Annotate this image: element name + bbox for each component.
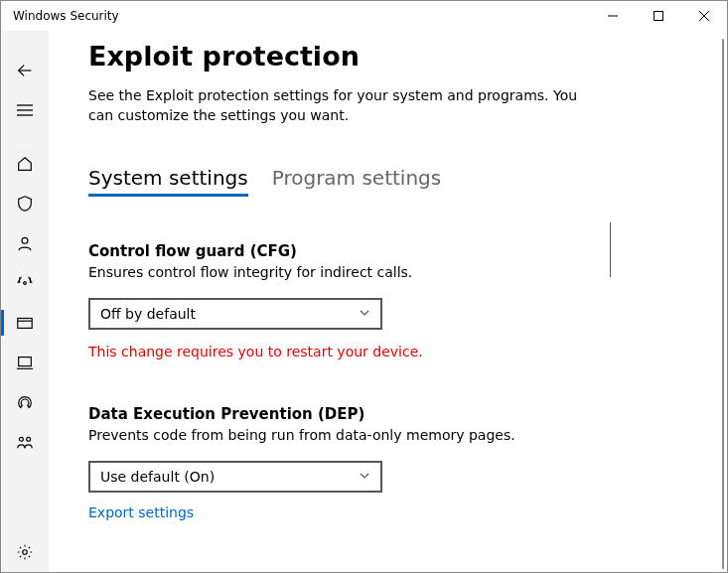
nav-home[interactable] bbox=[1, 144, 49, 184]
svg-point-9 bbox=[24, 282, 27, 285]
menu-button[interactable] bbox=[1, 90, 49, 130]
svg-rect-1 bbox=[655, 12, 663, 21]
chevron-down-icon bbox=[359, 306, 370, 322]
back-button[interactable] bbox=[1, 51, 49, 90]
minimize-button[interactable] bbox=[590, 1, 636, 31]
svg-point-15 bbox=[27, 437, 31, 441]
vertical-scrollbar[interactable] bbox=[722, 39, 724, 569]
sidebar bbox=[1, 31, 49, 572]
tabs: System settings Program settings bbox=[88, 166, 687, 197]
nav-app-browser-control[interactable] bbox=[1, 303, 49, 343]
nav-virus-protection[interactable] bbox=[1, 184, 49, 223]
svg-point-8 bbox=[22, 237, 28, 243]
setting-dep-value: Use default (On) bbox=[100, 469, 215, 485]
chevron-down-icon bbox=[359, 469, 370, 485]
window-title: Windows Security bbox=[13, 9, 119, 23]
section-divider bbox=[610, 222, 611, 277]
svg-point-14 bbox=[19, 437, 23, 441]
tab-system-settings[interactable]: System settings bbox=[88, 166, 248, 197]
setting-dep-title: Data Execution Prevention (DEP) bbox=[88, 405, 585, 423]
nav-device-performance[interactable] bbox=[1, 382, 49, 422]
setting-dep: Data Execution Prevention (DEP) Prevents… bbox=[88, 405, 585, 520]
svg-rect-10 bbox=[18, 319, 32, 329]
svg-rect-12 bbox=[19, 358, 32, 366]
nav-settings[interactable] bbox=[1, 532, 49, 572]
page-description: See the Exploit protection settings for … bbox=[88, 85, 585, 126]
setting-cfg: Control flow guard (CFG) Ensures control… bbox=[88, 242, 585, 359]
nav-family-options[interactable] bbox=[1, 422, 49, 462]
setting-cfg-description: Ensures control flow integrity for indir… bbox=[88, 264, 585, 280]
setting-dep-dropdown[interactable]: Use default (On) bbox=[88, 461, 382, 493]
page-title: Exploit protection bbox=[88, 41, 687, 72]
nav-firewall[interactable] bbox=[1, 263, 49, 303]
close-button[interactable] bbox=[681, 1, 727, 31]
setting-cfg-value: Off by default bbox=[100, 306, 196, 322]
title-bar: Windows Security bbox=[1, 1, 727, 31]
maximize-button[interactable] bbox=[636, 1, 681, 31]
content-area: Exploit protection See the Exploit prote… bbox=[49, 31, 727, 572]
tab-program-settings[interactable]: Program settings bbox=[272, 166, 442, 197]
nav-device-security[interactable] bbox=[1, 343, 49, 382]
setting-cfg-dropdown[interactable]: Off by default bbox=[88, 298, 382, 330]
export-settings-link[interactable]: Export settings bbox=[88, 504, 585, 520]
svg-point-16 bbox=[23, 550, 28, 555]
setting-dep-description: Prevents code from being run from data-o… bbox=[88, 427, 585, 443]
setting-cfg-warning: This change requires you to restart your… bbox=[88, 344, 585, 359]
setting-cfg-title: Control flow guard (CFG) bbox=[88, 242, 585, 260]
nav-account-protection[interactable] bbox=[1, 223, 49, 263]
